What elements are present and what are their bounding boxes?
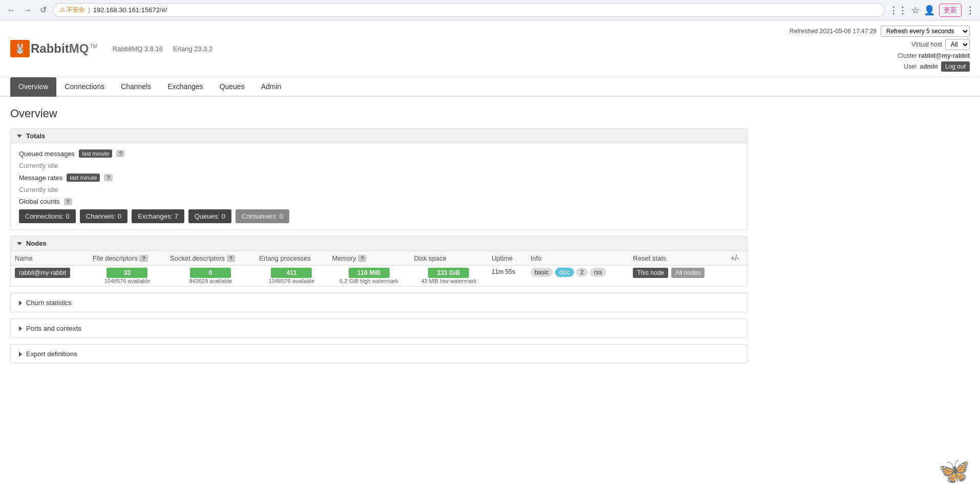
browser-chrome: ← → ↺ ⚠ 不安全 | 192.168.30.161:15672/#/ ⋮⋮… [0,0,980,20]
vhost-select[interactable]: All [945,39,970,50]
nodes-header[interactable]: Nodes [11,236,747,251]
queues-label: Queues: [195,212,220,220]
totals-header[interactable]: Totals [11,129,747,143]
logout-button[interactable]: Log out [941,61,970,72]
rates-badge[interactable]: last minute [67,174,100,182]
queued-idle-text: Currently idle [19,162,58,169]
nav-connections[interactable]: Connections [56,77,113,97]
profile-icon[interactable]: 👤 [924,5,935,16]
socket-desc-sub: 943629 available [170,278,251,284]
user-row: User admin Log out [790,61,970,72]
churn-header[interactable]: Churn statistics [11,293,747,312]
reload-button[interactable]: ↺ [38,3,49,17]
forward-button[interactable]: → [22,4,34,17]
file-desc-cell: 33 1048576 available [89,266,166,287]
exchanges-value: 7 [175,212,178,220]
ports-header[interactable]: Ports and contexts [11,319,747,337]
cluster-row: Cluster rabbit@my-rabbit [790,52,970,59]
url-bar[interactable]: ⚠ 不安全 | 192.168.30.161:15672/#/ [53,3,885,17]
churn-section: Churn statistics [10,293,748,312]
consumers-label: Consumers: [242,212,278,220]
consumers-count[interactable]: Consumers: 0 [236,209,289,223]
url-text: 192.168.30.161:15672/#/ [93,6,167,14]
info-rss-badge[interactable]: rss [590,268,606,277]
totals-label: Totals [26,132,45,140]
connections-label: Connections: [25,212,64,220]
rates-help-button[interactable]: ? [104,174,112,181]
disk-sub: 43 MiB low watermark [414,278,483,284]
queues-count[interactable]: Queues: 0 [188,209,231,223]
message-rates-row: Message rates last minute ? [19,174,739,182]
col-name: Name [11,251,89,266]
info-num-badge[interactable]: 2 [576,268,588,277]
refresh-row: Refreshed 2021-05-06 17:47:29 Refresh ev… [790,26,970,37]
disk-cell: 231 GiB 43 MiB low watermark [410,266,487,287]
queued-help-button[interactable]: ? [116,150,124,157]
rates-idle-text: Currently idle [19,186,58,193]
export-header[interactable]: Export definitions [11,344,747,363]
exchanges-count[interactable]: Exchanges: 7 [132,209,184,223]
browser-actions: ⋮⋮ ☆ 👤 更新 ⋮ [889,4,975,17]
queued-badge[interactable]: last minute [79,149,112,158]
nav-queues[interactable]: Queues [211,77,253,97]
reset-cell: This node All nodes [629,266,727,287]
nodes-label: Nodes [26,240,47,247]
info-basic-badge[interactable]: basic [530,268,553,277]
export-section: Export definitions [10,344,748,363]
update-button[interactable]: 更新 [939,4,962,17]
info-cell: basic disc 2 rss [526,266,629,287]
socket-desc-cell: 0 943629 available [166,266,255,287]
nav-channels[interactable]: Channels [113,77,159,97]
memory-help[interactable]: ? [358,255,366,262]
info-badges: basic disc 2 rss [530,268,625,277]
nav-exchanges[interactable]: Exchanges [159,77,211,97]
export-label: Export definitions [26,350,77,358]
ports-label: Ports and contexts [26,325,81,332]
socket-desc-bar: 0 [190,268,231,278]
col-info: Info [526,251,629,266]
bookmark-icon[interactable]: ☆ [911,5,920,16]
channels-count[interactable]: Channels: 0 [80,209,127,223]
message-rates-label: Message rates [19,174,62,182]
col-erlang-proc: Erlang processes [255,251,328,266]
node-name-badge[interactable]: rabbit@my-rabbit [15,268,70,278]
refreshed-text: Refreshed 2021-05-06 17:47:29 [790,28,877,35]
channels-value: 0 [118,212,121,220]
erlang-bar: 411 [271,268,312,278]
totals-section: Totals Queued messages last minute ? Cur… [10,128,748,230]
header-right: Refreshed 2021-05-06 17:47:29 Refresh ev… [790,26,970,72]
logo-tm: TM [90,44,97,49]
reset-buttons: This node All nodes [633,268,722,278]
nav-admin[interactable]: Admin [253,77,290,97]
connections-count[interactable]: Connections: 0 [19,209,76,223]
row-expand-cell [727,266,747,287]
back-button[interactable]: ← [5,4,17,17]
queued-messages-label: Queued messages [19,150,75,158]
nodes-section: Nodes Name File descriptors ? Socket des… [10,236,748,287]
app-header: 🐰 RabbitMQTM RabbitMQ 3.8.16 Erlang 23.3… [0,20,980,77]
menu-dots-icon[interactable]: ⋮ [966,5,975,16]
disk-bar: 231 GiB [428,268,469,278]
info-disc-badge[interactable]: disc [555,268,574,277]
erlang-version: Erlang 23.3.2 [173,45,212,53]
socket-desc-help[interactable]: ? [227,255,235,262]
file-desc-bar: 33 [106,268,147,278]
nodes-table-header-row: Name File descriptors ? Socket descripto… [11,251,747,266]
logo-text: RabbitMQTM [31,41,97,56]
queued-messages-row: Queued messages last minute ? [19,149,739,158]
col-plus-minus[interactable]: +/- [727,251,747,266]
refresh-select[interactable]: Refresh every 5 seconds Refresh every 10… [881,26,970,37]
ports-expand-icon [19,326,22,331]
logo: 🐰 RabbitMQTM [10,40,97,57]
nav-overview[interactable]: Overview [10,77,56,97]
apps-icon[interactable]: ⋮⋮ [889,5,907,16]
file-desc-help[interactable]: ? [139,255,147,262]
channels-label: Channels: [86,212,116,220]
reset-all-nodes-button[interactable]: All nodes [671,268,705,278]
rabbitmq-version: RabbitMQ 3.8.16 [113,45,163,53]
cluster-name: rabbit@my-rabbit [919,52,970,59]
uptime-cell: 11m 55s [487,266,526,287]
global-help-button[interactable]: ? [64,198,72,205]
reset-this-node-button[interactable]: This node [633,268,668,278]
counts-row: Connections: 0 Channels: 0 Exchanges: 7 … [19,209,739,223]
